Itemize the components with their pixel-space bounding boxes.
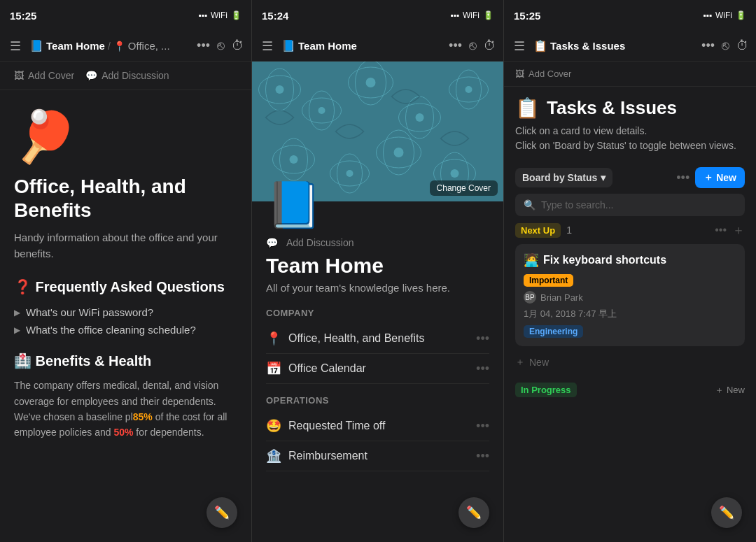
- add-discussion-mid[interactable]: 💬 Add Discussion: [266, 237, 489, 248]
- task-date-1: 1月 04, 2018 7:47 早上: [524, 308, 736, 320]
- desc-line1: Click on a card to view details.: [515, 125, 647, 136]
- board-content: Next Up 1 ••• ＋ 🧑‍💻 Fix keyboard shortcu…: [504, 222, 756, 542]
- nav-sub-left: Office, ...: [128, 40, 170, 52]
- board-more-icon[interactable]: •••: [676, 171, 690, 185]
- menu-icon-mid[interactable]: ☰: [259, 36, 276, 57]
- clock-icon-right[interactable]: ⏱: [736, 38, 749, 53]
- more-icon-timeoff[interactable]: •••: [476, 419, 489, 434]
- doc-row-office[interactable]: 📍 Office, Health, and Benefits •••: [266, 324, 489, 354]
- chevron-down-icon: ▾: [601, 172, 606, 183]
- more-icon-left[interactable]: •••: [197, 38, 210, 53]
- task-author-1: Brian Park: [540, 292, 583, 303]
- page-title-row-right: 📋 Tasks & Issues: [504, 87, 756, 124]
- status-icons-mid: ▪▪▪ WiFi 🔋: [450, 10, 493, 20]
- time-right: 15:25: [514, 10, 540, 22]
- more-icon-reimbursement[interactable]: •••: [476, 449, 489, 464]
- add-cover-btn-left[interactable]: 🖼 Add Cover: [14, 70, 74, 81]
- faq-item-label-2: What's the office cleaning schedule?: [26, 324, 196, 336]
- pin-icon-office: 📍: [266, 331, 281, 346]
- doc-row-reimbursement[interactable]: 🏦 Reimbursement •••: [266, 441, 489, 471]
- pin-icon: 📍: [113, 41, 125, 52]
- fab-right[interactable]: ✏️: [711, 497, 742, 528]
- new-btn-board[interactable]: ＋ New: [695, 167, 745, 188]
- doc-row-timeoff[interactable]: 🤩 Requested Time off •••: [266, 411, 489, 441]
- col-add-next-up[interactable]: ＋: [732, 222, 745, 238]
- add-card-next-up[interactable]: ＋ New: [515, 353, 745, 371]
- add-discussion-btn-left[interactable]: 💬 Add Discussion: [85, 70, 169, 81]
- more-icon-calendar[interactable]: •••: [476, 362, 489, 376]
- nav-title-right: Tasks & Issues: [550, 40, 625, 52]
- nav-bar-right: ☰ 📋 Tasks & Issues ••• ⎋ ⏱: [504, 31, 756, 62]
- plus-icon-new: ＋: [704, 171, 713, 184]
- add-cover-bar[interactable]: 🖼 Add Cover: [504, 62, 756, 87]
- time-left: 15:25: [10, 10, 36, 22]
- benefits-heading: 🏥 Benefits & Health: [14, 352, 237, 369]
- faq-item-2[interactable]: ▶ What's the office cleaning schedule?: [14, 321, 237, 338]
- col-more-next-up[interactable]: •••: [715, 224, 727, 236]
- svg-point-9: [366, 78, 376, 87]
- action-bar-left: 🖼 Add Cover 💬 Add Discussion: [0, 62, 251, 90]
- task-meta-1: BP Brian Park: [524, 291, 736, 304]
- nav-title-group-mid: 📘 Team Home: [281, 39, 443, 52]
- more-icon-mid[interactable]: •••: [449, 38, 462, 53]
- status-bar-mid: 15:24 ▪▪▪ WiFi 🔋: [252, 0, 503, 31]
- battery-icon-right: 🔋: [736, 10, 746, 20]
- more-icon-office[interactable]: •••: [476, 331, 489, 346]
- board-actions: ••• ＋ New: [676, 167, 745, 188]
- doc-row-calendar[interactable]: 📅 Office Calendar •••: [266, 354, 489, 384]
- svg-point-18: [290, 155, 298, 164]
- battery-icon-mid: 🔋: [483, 10, 493, 20]
- arrow-icon-2: ▶: [14, 325, 20, 335]
- doc-name-office: Office, Health, and Benefits: [288, 332, 469, 345]
- clock-icon-mid[interactable]: ⏱: [484, 38, 496, 53]
- share-icon-right[interactable]: ⎋: [722, 38, 729, 53]
- menu-icon-right[interactable]: ☰: [511, 36, 528, 57]
- page-subtitle-left: Handy information about the office and y…: [14, 230, 237, 262]
- new-inline-btn-in-progress[interactable]: ＋ New: [715, 384, 745, 397]
- section-label-company: Company: [266, 308, 489, 318]
- chat-icon-mid: 💬: [266, 237, 278, 248]
- clock-icon-left[interactable]: ⏱: [232, 38, 244, 53]
- doc-name-calendar: Office Calendar: [288, 362, 469, 375]
- svg-point-3: [276, 85, 284, 94]
- status-icons-right: ▪▪▪ WiFi 🔋: [703, 10, 746, 20]
- menu-icon-left[interactable]: ☰: [7, 36, 24, 57]
- wifi-icon: WiFi: [211, 10, 227, 20]
- share-icon-left[interactable]: ⎋: [217, 38, 225, 53]
- doc-name-timeoff: Requested Time off: [288, 420, 469, 432]
- nav-title-group-right: 📋 Tasks & Issues: [533, 39, 696, 52]
- faq-item-1[interactable]: ▶ What's our WiFi password?: [14, 304, 237, 321]
- nav-bar-mid: ☰ 📘 Team Home ••• ⎋ ⏱: [252, 31, 503, 62]
- share-icon-mid[interactable]: ⎋: [469, 38, 477, 53]
- search-bar[interactable]: 🔍 Type to search...: [515, 194, 745, 216]
- svg-point-27: [451, 169, 459, 178]
- fab-left[interactable]: ✏️: [206, 497, 237, 528]
- page-icon-right: 📋: [515, 97, 540, 120]
- benefits-text-part3: for dependents.: [133, 427, 204, 438]
- status-bar-right: 15:25 ▪▪▪ WiFi 🔋: [504, 0, 756, 31]
- nav-bar-left: ☰ 📘 Team Home / 📍 Office, ... ••• ⎋ ⏱: [0, 31, 251, 62]
- book-emoji: 📘: [266, 179, 503, 231]
- board-status-btn[interactable]: Board by Status ▾: [515, 168, 612, 187]
- cal-icon-calendar: 📅: [266, 361, 281, 376]
- hero-emoji-left: 🏓: [14, 107, 237, 166]
- signal-icon-mid: ▪▪▪: [450, 10, 459, 20]
- star-icon-timeoff: 🤩: [266, 418, 281, 434]
- benefits-highlight-50: 50%: [113, 427, 133, 438]
- col-header-in-progress: In Progress ＋ New: [515, 383, 745, 397]
- page-desc-right: Click on a card to view details. Click o…: [504, 124, 756, 162]
- nav-actions-left: ••• ⎋ ⏱: [197, 38, 244, 53]
- task-card-1[interactable]: 🧑‍💻 Fix keyboard shortcuts Important BP …: [515, 244, 745, 346]
- nav-sep-left: /: [108, 41, 111, 52]
- svg-point-12: [416, 113, 424, 122]
- page-subtitle-mid: All of your team's knowledge lives here.: [266, 282, 489, 294]
- new-label-in-progress: New: [727, 385, 745, 395]
- tag-important-1: Important: [524, 274, 573, 287]
- fab-mid[interactable]: ✏️: [458, 497, 489, 528]
- col-header-next-up: Next Up 1 ••• ＋: [515, 222, 745, 238]
- col-count-next-up: 1: [566, 224, 572, 236]
- more-icon-right[interactable]: •••: [701, 38, 715, 53]
- right-panel: 15:25 ▪▪▪ WiFi 🔋 ☰ 📋 Tasks & Issues ••• …: [504, 0, 756, 542]
- time-mid: 15:24: [262, 10, 288, 22]
- task-date-label-1: 1月 04, 2018 7:47 早上: [524, 308, 617, 320]
